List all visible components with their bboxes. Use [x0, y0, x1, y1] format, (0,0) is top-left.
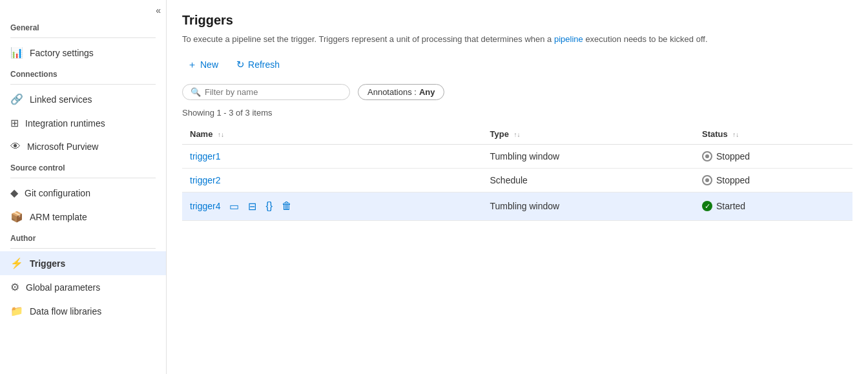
sidebar-item-label: Global parameters: [26, 282, 100, 293]
table-row[interactable]: trigger4▭⊟{}🗑Tumbling window✓Started: [182, 192, 852, 220]
sidebar-item-label: Triggers: [30, 258, 65, 269]
status-sort-icon: ↑↓: [732, 131, 739, 138]
new-label: New: [200, 59, 218, 70]
purview-icon: 👁: [10, 141, 21, 152]
column-header-status[interactable]: Status ↑↓: [694, 124, 852, 145]
trigger-type-cell: Tumbling window: [482, 144, 694, 168]
global-params-icon: ⚙: [10, 281, 19, 293]
status-label: Started: [716, 201, 745, 211]
toolbar: ＋ New ↻ Refresh: [182, 56, 852, 74]
delete-icon[interactable]: 🗑: [279, 199, 294, 213]
trigger-name-cell: trigger2: [182, 168, 482, 192]
sidebar-item-data-flow-libraries[interactable]: 📁 Data flow libraries: [0, 299, 166, 323]
type-sort-icon: ↑↓: [514, 131, 521, 138]
arm-icon: 📦: [10, 211, 23, 223]
sidebar-section-connections: Connections: [0, 65, 166, 81]
name-sort-icon: ↑↓: [218, 131, 224, 138]
stopped-icon: [702, 175, 712, 185]
triggers-icon: ⚡: [10, 257, 23, 269]
copy-icon[interactable]: ▭: [227, 199, 242, 214]
sidebar-item-label: ARM template: [30, 212, 87, 222]
trigger-status-cell: ✓Started: [694, 192, 852, 220]
data-flow-libraries-icon: 📁: [10, 305, 23, 317]
table-header-row: Name ↑↓ Type ↑↓ Status ↑↓: [182, 124, 852, 145]
trigger-type-cell: Schedule: [482, 168, 694, 192]
row-actions: ▭⊟{}🗑: [227, 199, 294, 214]
sidebar-item-label: Microsoft Purview: [27, 141, 98, 152]
sidebar-item-integration-runtimes[interactable]: ⊞ Integration runtimes: [0, 111, 166, 135]
trigger-name-link[interactable]: trigger1: [190, 151, 220, 161]
sidebar-item-factory-settings[interactable]: 📊 Factory settings: [0, 41, 166, 65]
plus-icon: ＋: [187, 59, 197, 71]
filter-row: 🔍 Annotations : Any: [182, 84, 852, 100]
annotations-value: Any: [419, 87, 435, 97]
linked-services-icon: 🔗: [10, 93, 23, 105]
filter-input[interactable]: [205, 87, 342, 97]
sidebar-item-arm-template[interactable]: 📦 ARM template: [0, 205, 166, 229]
json-icon[interactable]: {}: [263, 199, 275, 213]
column-header-name[interactable]: Name ↑↓: [182, 124, 482, 145]
trigger-status-cell: Stopped: [694, 144, 852, 168]
git-icon: ◆: [10, 187, 18, 199]
column-header-type[interactable]: Type ↑↓: [482, 124, 694, 145]
sidebar-item-git-configuration[interactable]: ◆ Git configuration: [0, 181, 166, 205]
monitor-icon[interactable]: ⊟: [245, 199, 259, 214]
sidebar-item-label: Linked services: [30, 94, 92, 105]
main-content: Triggers To execute a pipeline set the t…: [167, 0, 868, 374]
trigger-name-cell: trigger4▭⊟{}🗑: [182, 192, 482, 220]
sidebar-item-microsoft-purview[interactable]: 👁 Microsoft Purview: [0, 135, 166, 158]
triggers-table: Name ↑↓ Type ↑↓ Status ↑↓ trigger1Tumbli…: [182, 124, 852, 221]
sidebar: « General 📊 Factory settings Connections…: [0, 0, 167, 374]
factory-settings-icon: 📊: [10, 47, 23, 59]
trigger-name-cell: trigger1: [182, 144, 482, 168]
table-row[interactable]: trigger2ScheduleStopped: [182, 168, 852, 192]
sidebar-item-global-parameters[interactable]: ⚙ Global parameters: [0, 275, 166, 299]
page-description: To execute a pipeline set the trigger. T…: [182, 33, 852, 46]
sidebar-section-author: Author: [0, 229, 166, 245]
sidebar-item-triggers[interactable]: ⚡ Triggers: [0, 251, 166, 275]
trigger-status-cell: Stopped: [694, 168, 852, 192]
collapse-icon: «: [156, 5, 161, 16]
trigger-name-link[interactable]: trigger2: [190, 175, 220, 185]
refresh-icon: ↻: [236, 59, 245, 70]
integration-runtimes-icon: ⊞: [10, 117, 19, 129]
sidebar-item-label: Data flow libraries: [30, 306, 101, 317]
status-label: Stopped: [716, 151, 750, 161]
sidebar-section-source-control: Source control: [0, 158, 166, 175]
sidebar-item-label: Factory settings: [30, 48, 94, 58]
started-icon: ✓: [702, 201, 712, 211]
status-cell: Stopped: [702, 151, 845, 161]
annotations-button[interactable]: Annotations : Any: [358, 84, 444, 100]
refresh-label: Refresh: [248, 59, 280, 70]
trigger-name-link[interactable]: trigger4: [190, 201, 220, 211]
stopped-icon: [702, 151, 712, 161]
count-label: Showing 1 - 3 of 3 items: [182, 108, 852, 118]
sidebar-item-linked-services[interactable]: 🔗 Linked services: [0, 87, 166, 111]
filter-input-wrap: 🔍: [182, 84, 350, 100]
pipeline-highlight: pipeline: [554, 34, 583, 44]
page-title: Triggers: [182, 13, 852, 28]
annotations-label: Annotations :: [367, 87, 417, 97]
sidebar-item-label: Integration runtimes: [25, 118, 105, 129]
status-label: Stopped: [716, 175, 750, 185]
trigger-type-cell: Tumbling window: [482, 192, 694, 220]
refresh-button[interactable]: ↻ Refresh: [231, 56, 285, 73]
collapse-button[interactable]: «: [0, 0, 166, 18]
sidebar-item-label: Git configuration: [25, 188, 90, 198]
status-cell: ✓Started: [702, 201, 845, 211]
sidebar-section-general: General: [0, 18, 166, 35]
status-cell: Stopped: [702, 175, 845, 185]
table-row[interactable]: trigger1Tumbling windowStopped: [182, 144, 852, 168]
new-button[interactable]: ＋ New: [182, 56, 223, 74]
search-icon: 🔍: [191, 87, 201, 97]
